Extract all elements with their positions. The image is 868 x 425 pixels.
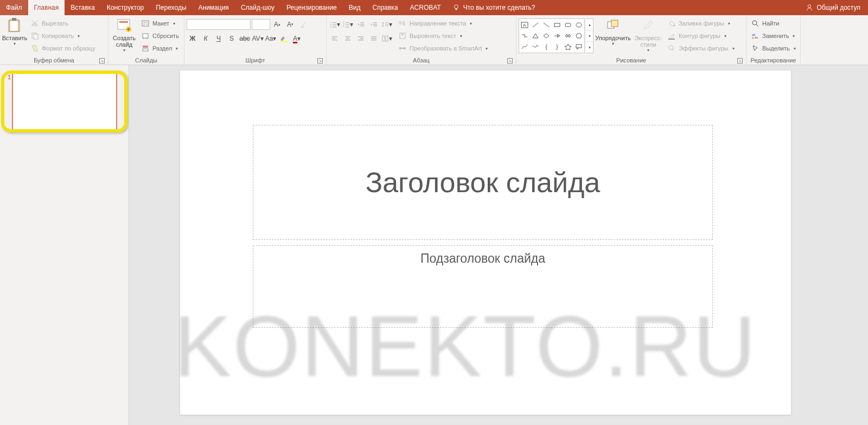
- svg-rect-59: [404, 47, 406, 49]
- dialog-launcher-icon[interactable]: ↘: [317, 58, 323, 64]
- paste-button[interactable]: Вставить ▾: [2, 16, 27, 48]
- tab-design[interactable]: Конструктор: [101, 0, 150, 15]
- pen-icon: [667, 31, 676, 40]
- scroll-down-icon[interactable]: ▾: [586, 30, 593, 42]
- slide-canvas-area[interactable]: Заголовок слайда Подзаголовок слайда KON…: [129, 65, 868, 425]
- format-painter-button[interactable]: Формат по образцу: [28, 42, 98, 54]
- shape-rect-icon[interactable]: [552, 20, 563, 30]
- tab-slideshow[interactable]: Слайд-шоу: [235, 0, 280, 15]
- scroll-up-icon[interactable]: ▴: [586, 19, 593, 30]
- svg-rect-40: [385, 24, 388, 24]
- scroll-more-icon[interactable]: ▾: [586, 42, 593, 53]
- convert-smartart-button[interactable]: Преобразовать в SmartArt▾: [396, 42, 490, 54]
- bold-button[interactable]: Ж: [187, 33, 199, 45]
- grow-font-button[interactable]: A▴: [271, 18, 283, 30]
- copy-label: Копировать: [42, 33, 74, 39]
- shape-arrow-icon[interactable]: [552, 30, 563, 41]
- reset-button[interactable]: Сбросить: [139, 30, 181, 42]
- underline-button[interactable]: Ч: [213, 33, 225, 45]
- shape-triangle-icon[interactable]: [531, 30, 541, 41]
- shape-circle-icon[interactable]: [573, 20, 584, 30]
- select-button[interactable]: Выделить▾: [749, 42, 798, 54]
- shadow-button[interactable]: S: [226, 33, 238, 45]
- font-color-button[interactable]: A▾: [291, 33, 303, 45]
- italic-button[interactable]: К: [200, 33, 212, 45]
- tab-help[interactable]: Справка: [366, 0, 404, 15]
- tell-me-search[interactable]: Что вы хотите сделать?: [447, 0, 541, 15]
- shrink-font-button[interactable]: A▾: [284, 18, 296, 30]
- arrange-button[interactable]: Упорядочить ▾: [595, 16, 631, 48]
- new-slide-label: Создать слайд: [112, 35, 137, 48]
- align-right-button[interactable]: [355, 33, 367, 45]
- font-size-combo[interactable]: [252, 19, 270, 30]
- align-text-button[interactable]: Выровнять текст▾: [396, 30, 490, 42]
- shape-roundrect-icon[interactable]: [563, 20, 573, 30]
- text-direction-icon: IIA: [398, 19, 407, 28]
- shape-brace-l-icon[interactable]: {: [541, 42, 552, 52]
- tab-animations[interactable]: Анимация: [193, 0, 235, 15]
- shape-connector-icon[interactable]: [520, 30, 530, 41]
- font-name-combo[interactable]: [187, 19, 251, 30]
- shapes-gallery-scroll[interactable]: ▴ ▾ ▾: [586, 18, 593, 53]
- justify-button[interactable]: [368, 33, 380, 45]
- line-spacing-button[interactable]: ▾: [381, 18, 393, 30]
- align-left-button[interactable]: [329, 33, 341, 45]
- dialog-launcher-icon[interactable]: ↘: [737, 58, 743, 64]
- shape-doublearrow-icon[interactable]: [563, 30, 573, 41]
- char-spacing-button[interactable]: AV▾: [252, 33, 264, 45]
- dialog-launcher-icon[interactable]: ↘: [99, 58, 105, 64]
- new-slide-button[interactable]: Создать слайд ▾: [111, 16, 138, 54]
- shapes-gallery[interactable]: A { }: [519, 18, 585, 53]
- shape-hexagon-icon[interactable]: [573, 30, 584, 41]
- shape-diamond-icon[interactable]: [541, 30, 552, 41]
- svg-rect-39: [385, 22, 388, 23]
- shape-line2-icon[interactable]: [541, 20, 552, 30]
- chevron-down-icon: ▾: [14, 42, 16, 47]
- shape-line-icon[interactable]: [531, 20, 541, 30]
- tab-transitions[interactable]: Переходы: [150, 0, 192, 15]
- tab-home[interactable]: Главная: [28, 0, 65, 15]
- shape-callout-icon[interactable]: [573, 42, 584, 52]
- decrease-indent-button[interactable]: [355, 18, 367, 30]
- change-case-button[interactable]: Aa▾: [265, 33, 277, 45]
- bullets-button[interactable]: ▾: [329, 18, 341, 30]
- shape-freeform-icon[interactable]: [531, 42, 541, 52]
- shape-curve-icon[interactable]: [520, 42, 530, 52]
- watermark: KONEKTO.RU: [174, 296, 757, 396]
- section-button[interactable]: Раздел ▾: [139, 42, 181, 54]
- clear-formatting-button[interactable]: [297, 18, 309, 30]
- replace-button[interactable]: abac Заменить▾: [749, 30, 798, 42]
- increase-indent-button[interactable]: [368, 18, 380, 30]
- quick-styles-button[interactable]: Экспресс-стили ▾: [633, 16, 664, 54]
- strikethrough-button[interactable]: abc: [239, 33, 251, 45]
- align-center-button[interactable]: [342, 33, 354, 45]
- cut-button[interactable]: Вырезать: [28, 17, 98, 29]
- shape-brace-r-icon[interactable]: }: [552, 42, 563, 52]
- shape-fill-button[interactable]: Заливка фигуры▾: [665, 17, 737, 29]
- shape-effects-button[interactable]: Эффекты фигуры▾: [665, 42, 737, 54]
- quick-styles-icon: [640, 17, 656, 34]
- group-label-drawing: Рисование ↘: [519, 56, 744, 65]
- text-direction-button[interactable]: IIA Направление текста▾: [396, 17, 490, 29]
- shape-outline-button[interactable]: Контур фигуры▾: [665, 30, 737, 42]
- share-button[interactable]: Общий доступ: [798, 0, 868, 15]
- svg-rect-20: [280, 41, 288, 42]
- shape-textbox-icon[interactable]: A: [520, 20, 530, 30]
- title-placeholder[interactable]: Заголовок слайда: [253, 125, 713, 240]
- tab-review[interactable]: Рецензирование: [280, 0, 343, 15]
- layout-button[interactable]: Макет ▾: [139, 17, 181, 29]
- dialog-launcher-icon[interactable]: ↘: [507, 58, 513, 64]
- tab-acrobat[interactable]: ACROBAT: [404, 0, 447, 15]
- shape-star-icon[interactable]: [563, 42, 573, 52]
- tab-insert[interactable]: Вставка: [65, 0, 101, 15]
- tab-view[interactable]: Вид: [343, 0, 367, 15]
- svg-point-73: [670, 48, 674, 50]
- tab-file[interactable]: Файл: [0, 0, 28, 15]
- copy-button[interactable]: Копировать ▾: [28, 30, 98, 42]
- find-button[interactable]: Найти: [749, 17, 798, 29]
- cut-label: Вырезать: [42, 20, 68, 27]
- columns-button[interactable]: ▾: [381, 33, 393, 45]
- svg-text:IIA: IIA: [399, 20, 405, 26]
- numbering-button[interactable]: 123▾: [342, 18, 354, 30]
- highlight-button[interactable]: [278, 33, 290, 45]
